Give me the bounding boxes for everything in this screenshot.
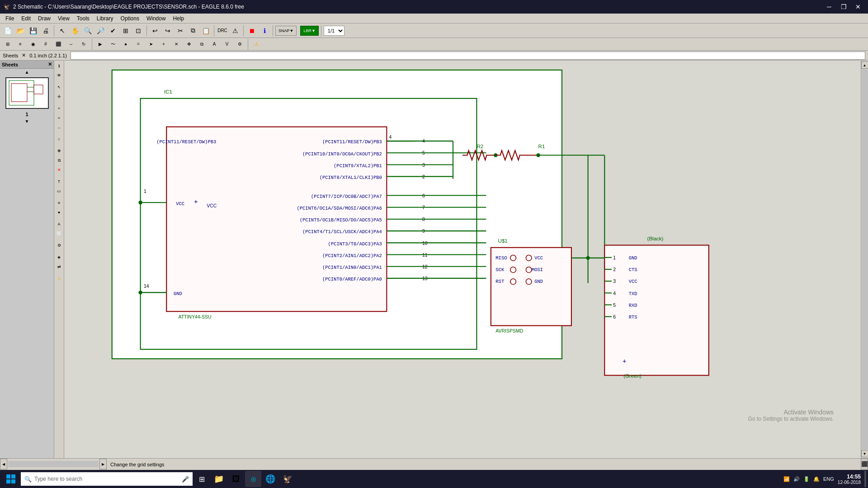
lv-cross-btn[interactable]: ✛ <box>55 92 64 101</box>
paste-button[interactable]: 📋 <box>200 25 212 37</box>
command-input[interactable] <box>71 52 865 60</box>
snap-toolbar[interactable]: SNAP▼ <box>275 26 297 36</box>
junction-btn[interactable]: ● <box>120 38 132 50</box>
smash-btn[interactable]: ⚙ <box>234 38 245 50</box>
cut-button[interactable]: ✂ <box>175 25 186 37</box>
menu-draw[interactable]: Draw <box>34 14 54 23</box>
lv-warn-btn[interactable]: ⚠ <box>55 274 64 283</box>
select-button[interactable]: ↖ <box>57 25 68 37</box>
scroll-track[interactable] <box>862 69 868 450</box>
hscroll-track[interactable] <box>8 461 99 467</box>
start-button[interactable] <box>2 471 20 487</box>
lv-copy-btn[interactable]: ⧉ <box>55 156 64 165</box>
print-button[interactable]: 🖨 <box>40 25 52 37</box>
menu-tools[interactable]: Tools <box>73 14 93 23</box>
stop-button[interactable]: ⏹ <box>246 25 258 37</box>
lv-text-btn[interactable]: T <box>55 177 64 186</box>
lv-add-btn[interactable]: + <box>55 104 64 113</box>
move-btn[interactable]: ✥ <box>183 38 195 50</box>
drc-button[interactable]: DRC <box>217 25 228 37</box>
new-button[interactable]: 📄 <box>2 25 14 37</box>
menu-options[interactable]: Options <box>117 14 143 23</box>
scroll-down[interactable]: ▼ <box>0 118 54 125</box>
copy-button[interactable]: ⧉ <box>187 25 199 37</box>
scroll-up[interactable]: ▲ <box>0 69 54 75</box>
menu-help[interactable]: Help <box>170 14 188 23</box>
redo-button[interactable]: ↪ <box>162 25 174 37</box>
add-btn[interactable]: + <box>158 38 170 50</box>
ie-icon[interactable]: 🌐 <box>262 471 278 487</box>
check-button[interactable]: ✔ <box>107 25 119 37</box>
task-view-icon[interactable]: ⊞ <box>193 471 210 487</box>
clock-display[interactable]: 14:55 12-06-2018 <box>838 474 861 485</box>
resize-corner[interactable]: ⬛ <box>861 459 868 469</box>
lv-pin-btn[interactable]: ◈ <box>55 253 64 262</box>
display-btn[interactable]: ◉ <box>27 38 39 50</box>
eagle-icon[interactable]: 🦅 <box>279 471 296 487</box>
photos-icon[interactable]: 🖼 <box>228 471 244 487</box>
lv-info-btn[interactable]: ℹ <box>55 61 64 70</box>
alert-btn[interactable]: ⚠ <box>250 38 262 50</box>
restore-button[interactable]: ❐ <box>837 2 850 11</box>
lv-junction-btn[interactable]: ● <box>55 208 64 217</box>
scroll-up-btn[interactable]: ▲ <box>861 61 868 69</box>
sheets-close[interactable]: ✕ <box>48 61 52 67</box>
zoom-in-button[interactable]: 🔍 <box>82 25 94 37</box>
open-button[interactable]: 📂 <box>14 25 26 37</box>
search-bar[interactable]: 🔍 Type here to search 🎤 <box>21 472 193 486</box>
scroll-right-btn[interactable]: ▶ <box>99 459 107 469</box>
zoom-dropdown[interactable]: 1/1 <box>324 26 344 36</box>
menu-window[interactable]: Window <box>143 14 170 23</box>
lv-net-btn[interactable]: ≈ <box>55 113 64 122</box>
file-explorer-icon[interactable]: 📁 <box>211 471 227 487</box>
tab-close[interactable]: ✕ <box>22 52 26 58</box>
lv-cursor-btn[interactable]: ↖ <box>55 83 64 92</box>
lv-rect-btn[interactable]: ▭ <box>55 187 64 196</box>
info-button[interactable]: ℹ <box>259 25 270 37</box>
lv-bus2-btn[interactable]: ⇄ <box>55 262 64 271</box>
menu-edit[interactable]: Edit <box>18 14 34 23</box>
minimize-button[interactable]: ─ <box>823 2 835 11</box>
menu-library[interactable]: Library <box>93 14 117 23</box>
mirror-btn[interactable]: ↔ <box>65 38 77 50</box>
copy2-btn[interactable]: ⧉ <box>196 38 208 50</box>
scroll-left-btn[interactable]: ◀ <box>0 459 7 469</box>
scroll-down-btn[interactable]: ▼ <box>861 450 868 457</box>
right-scrollbar[interactable]: ▲ ▼ <box>861 61 868 458</box>
lv-move-btn[interactable]: ✥ <box>55 146 64 155</box>
lv-bus-btn[interactable]: ≡ <box>55 198 64 207</box>
network-icon[interactable]: 📶 <box>783 476 790 482</box>
lv-arc-btn[interactable]: ⌒ <box>55 125 64 134</box>
pan-button[interactable]: ✋ <box>69 25 81 37</box>
menu-file[interactable]: File <box>2 14 18 23</box>
grid-btn[interactable]: # <box>40 38 52 50</box>
undo-button[interactable]: ↩ <box>149 25 161 37</box>
sound-icon[interactable]: 🔊 <box>793 476 800 482</box>
layers-btn[interactable]: ≡ <box>14 38 26 50</box>
mic-icon[interactable]: 🎤 <box>182 476 189 483</box>
rotate-btn[interactable]: ↻ <box>78 38 90 50</box>
menu-view[interactable]: View <box>54 14 73 23</box>
value-btn[interactable]: V <box>221 38 233 50</box>
erc-button[interactable]: ⚠ <box>229 25 241 37</box>
sheet-1-thumbnail[interactable] <box>5 77 49 109</box>
arduino-icon[interactable]: ⊛ <box>245 471 261 487</box>
net-btn[interactable]: ➤ <box>145 38 157 50</box>
zoom-out-button[interactable]: 🔎 <box>94 25 106 37</box>
save-button[interactable]: 💾 <box>27 25 39 37</box>
lv-del-btn[interactable]: ✕ <box>55 165 64 174</box>
lbr-toolbar[interactable]: LBR▼ <box>300 26 318 36</box>
notification-icon[interactable]: 🔔 <box>813 476 820 482</box>
show-desktop-btn[interactable] <box>864 471 866 487</box>
close-button[interactable]: ✕ <box>852 2 864 11</box>
label-btn[interactable]: A <box>208 38 220 50</box>
lv-smash-btn[interactable]: ⚙ <box>55 241 64 250</box>
zoom-sel-button[interactable]: ⊞ <box>120 25 132 37</box>
lv-eye-btn[interactable]: 👁 <box>55 71 64 80</box>
zoom-fit-button[interactable]: ⊡ <box>132 25 144 37</box>
view-toggle[interactable]: ⊞ <box>2 38 14 50</box>
wire-btn[interactable]: 〜 <box>107 38 119 50</box>
lv-circ-btn[interactable]: ○ <box>55 135 64 144</box>
group-btn[interactable]: ⬛ <box>52 38 64 50</box>
bus-btn[interactable]: = <box>132 38 144 50</box>
